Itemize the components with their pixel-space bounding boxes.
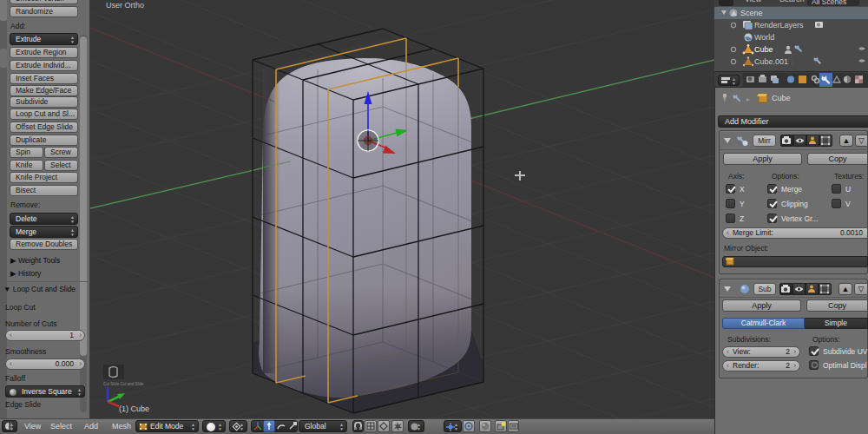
svg-text:▸: ▸: [746, 95, 750, 103]
svg-text:(1) Cube: (1) Cube: [119, 404, 149, 413]
svg-text:User Ortho: User Ortho: [106, 1, 144, 10]
svg-text:|: |: [792, 57, 793, 66]
svg-text:|: |: [776, 45, 778, 54]
svg-text:Cut Slide Cut and Slide: Cut Slide Cut and Slide: [103, 382, 144, 386]
